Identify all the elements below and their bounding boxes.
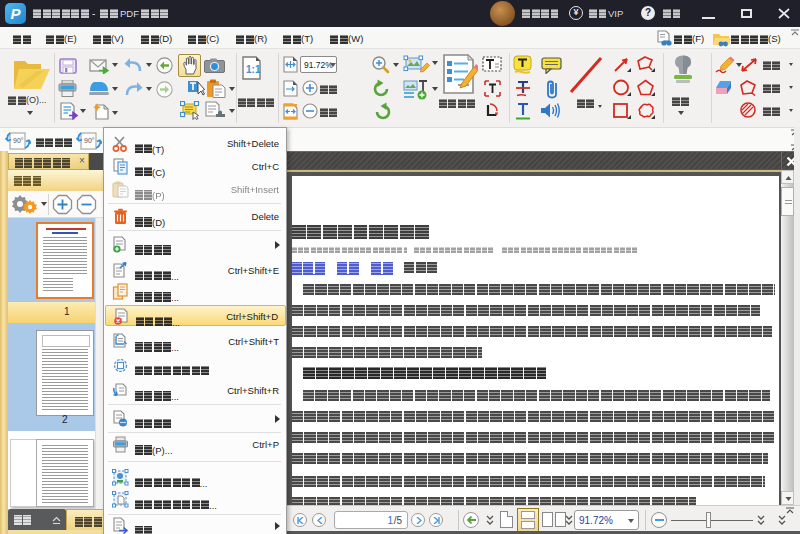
svg-text:90°: 90° xyxy=(13,137,24,144)
svg-text:1:1: 1:1 xyxy=(246,64,261,75)
svg-text:90°: 90° xyxy=(84,137,95,144)
